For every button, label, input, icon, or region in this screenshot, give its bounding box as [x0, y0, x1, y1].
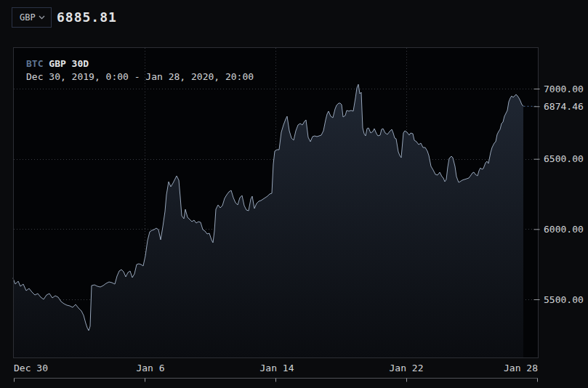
y-tick-label: 6000.00	[544, 224, 584, 235]
chart-date-range: Dec 30, 2019, 0:00 - Jan 28, 2020, 20:00	[26, 72, 254, 82]
chart-title-symbol: BTC	[26, 58, 43, 69]
x-tick-label: Jan 28	[504, 363, 538, 373]
y-tick-label: 5500.00	[544, 294, 584, 305]
x-tick-label: Jan 14	[260, 363, 294, 373]
y-tick-label: 6874.46	[544, 101, 584, 112]
chart-title-pair-period: GBP 30D	[49, 58, 89, 69]
chart-title: BTC GBP 30D	[26, 59, 89, 69]
x-tick-label: Jan 6	[136, 363, 164, 373]
y-tick-label: 7000.00	[544, 84, 584, 94]
x-tick-label: Jan 22	[390, 363, 424, 373]
x-tick-label: Dec 30	[14, 363, 48, 373]
y-tick-label: 6500.00	[544, 153, 584, 164]
price-chart: 7000.006500.006000.005500.006874.46Dec 3…	[0, 0, 588, 388]
